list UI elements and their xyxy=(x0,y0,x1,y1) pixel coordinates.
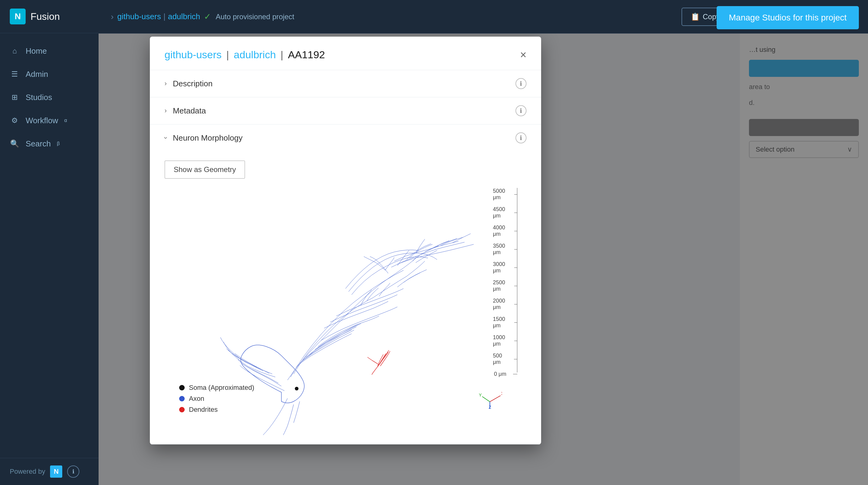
scale-500: 500 μm xyxy=(493,353,507,365)
modal-title: github-users | adulbrich | AA1192 xyxy=(164,49,325,61)
modal-title-sep1: | xyxy=(226,49,232,60)
scale-5000: 5000 μm xyxy=(493,188,507,201)
accordion-description-header[interactable]: › Description ℹ xyxy=(150,70,541,97)
modal-title-resource: AA1192 xyxy=(288,49,325,60)
soma-dot xyxy=(295,387,299,390)
copy-icon: 📋 xyxy=(691,12,700,21)
show-geometry-button[interactable]: Show as Geometry xyxy=(164,160,245,179)
scale-3000: 3000 μm xyxy=(493,261,507,274)
scale-1500: 1500 μm xyxy=(493,316,507,329)
legend-axon: Axon xyxy=(179,395,254,402)
search-icon: 🔍 xyxy=(10,139,20,149)
sidebar-item-label: Admin xyxy=(26,69,48,79)
modal-title-user[interactable]: adulbrich xyxy=(234,49,276,60)
svg-text:X: X xyxy=(501,391,502,396)
breadcrumb-sub: Auto provisioned project xyxy=(216,12,294,21)
chevron-right-icon-2: › xyxy=(164,107,167,115)
breadcrumb-org[interactable]: github-users xyxy=(117,12,161,21)
soma-color-swatch xyxy=(179,385,185,390)
breadcrumb: › github-users | adulbrich ✓ Auto provis… xyxy=(111,11,294,22)
accordion-neuron-header[interactable]: › Neuron Morphology ℹ xyxy=(150,125,541,151)
svg-text:Z: Z xyxy=(489,405,491,409)
scale-2000: 2000 μm xyxy=(493,298,507,311)
axes-indicator: X Y Z xyxy=(478,385,502,411)
scale-0: 0 μm xyxy=(494,371,506,377)
scale-2500: 2500 μm xyxy=(493,280,507,292)
metadata-info-icon[interactable]: ℹ xyxy=(516,105,526,116)
legend-dendrites: Dendrites xyxy=(179,406,254,414)
sidebar-item-label: Search xyxy=(26,139,51,149)
svg-text:Y: Y xyxy=(479,393,482,397)
modal-title-org[interactable]: github-users xyxy=(164,49,222,60)
modal-title-sep2: | xyxy=(280,49,286,60)
accordion-metadata-header[interactable]: › Metadata ℹ xyxy=(150,97,541,124)
neuron-info-icon[interactable]: ℹ xyxy=(516,132,526,143)
modal-close-button[interactable]: × xyxy=(520,50,526,60)
powered-by-label: Powered by xyxy=(10,467,45,476)
legend-axon-label: Axon xyxy=(189,395,204,402)
sidebar-item-admin[interactable]: ☰ Admin xyxy=(0,63,99,86)
axon-color-swatch xyxy=(179,396,185,401)
nexus-logo: N xyxy=(50,465,62,478)
svg-line-2 xyxy=(482,396,490,402)
scale-1000: 1000 μm xyxy=(493,334,507,347)
morphology-visualization: 5000 μm 4500 μm 4000 μm xyxy=(164,185,526,435)
search-superscript: β xyxy=(57,141,60,147)
workflow-icon: ⚙ xyxy=(10,116,20,125)
accordion-description: › Description ℹ xyxy=(150,70,541,97)
accordion-metadata: › Metadata ℹ xyxy=(150,97,541,125)
accordion-neuron-label: Neuron Morphology xyxy=(173,133,242,143)
manage-studios-container: Manage Studios for this project xyxy=(717,6,859,29)
sidebar-item-label: Studios xyxy=(26,93,52,102)
breadcrumb-arrow-icon: › xyxy=(111,12,114,22)
breadcrumb-user[interactable]: adulbrich xyxy=(168,12,200,21)
legend-soma: Soma (Approximated) xyxy=(179,384,254,392)
dendrites-color-swatch xyxy=(179,407,185,412)
manage-studios-button[interactable]: Manage Studios for this project xyxy=(717,6,859,29)
main-content: …t using area tod. Select option ∨ githu… xyxy=(99,34,868,485)
legend-soma-label: Soma (Approximated) xyxy=(189,384,254,392)
sidebar-item-search[interactable]: 🔍 Search β xyxy=(0,132,99,155)
studios-icon: ⊞ xyxy=(10,92,20,102)
sidebar-nav: ⌂ Home ☰ Admin ⊞ Studios ⚙ Workflow α 🔍 … xyxy=(0,33,99,458)
sidebar-item-studios[interactable]: ⊞ Studios xyxy=(0,86,99,109)
workflow-superscript: α xyxy=(64,118,67,123)
app-logo-icon: N xyxy=(10,8,26,24)
chevron-right-icon: › xyxy=(164,79,167,88)
legend: Soma (Approximated) Axon Dendrites xyxy=(179,384,254,417)
breadcrumb-sep1: | xyxy=(163,12,165,21)
description-info-icon[interactable]: ℹ xyxy=(516,78,526,89)
nexus-info-icon: ℹ xyxy=(67,465,79,478)
sidebar-item-workflow[interactable]: ⚙ Workflow α xyxy=(0,109,99,132)
sidebar-item-label: Workflow xyxy=(26,116,58,125)
accordion-neuron-morphology: › Neuron Morphology ℹ Show as Geometry xyxy=(150,125,541,445)
scale-4500: 4500 μm xyxy=(493,206,507,219)
svg-line-0 xyxy=(490,396,500,402)
modal-dialog: github-users | adulbrich | AA1192 × › De… xyxy=(150,37,541,445)
chevron-down-icon: › xyxy=(162,137,170,139)
neuron-morphology-content: Show as Geometry xyxy=(150,151,541,444)
sidebar-item-home[interactable]: ⌂ Home xyxy=(0,39,99,63)
legend-dendrites-label: Dendrites xyxy=(189,406,218,414)
sidebar-item-label: Home xyxy=(26,46,47,56)
admin-icon: ☰ xyxy=(10,69,20,79)
modal-header: github-users | adulbrich | AA1192 × xyxy=(150,37,541,70)
accordion-description-label: Description xyxy=(173,79,212,89)
scale-bar: 5000 μm 4500 μm 4000 μm xyxy=(493,188,517,373)
sidebar-footer: Powered by N ℹ xyxy=(0,458,99,485)
scale-4000: 4000 μm xyxy=(493,225,507,237)
sidebar: N Fusion ⌂ Home ☰ Admin ⊞ Studios ⚙ Work… xyxy=(0,0,99,485)
sidebar-logo: N Fusion xyxy=(0,0,99,33)
app-name: Fusion xyxy=(31,11,60,22)
verified-icon: ✓ xyxy=(204,11,211,22)
scale-3500: 3500 μm xyxy=(493,243,507,256)
home-icon: ⌂ xyxy=(10,46,20,56)
accordion-metadata-label: Metadata xyxy=(173,106,206,116)
